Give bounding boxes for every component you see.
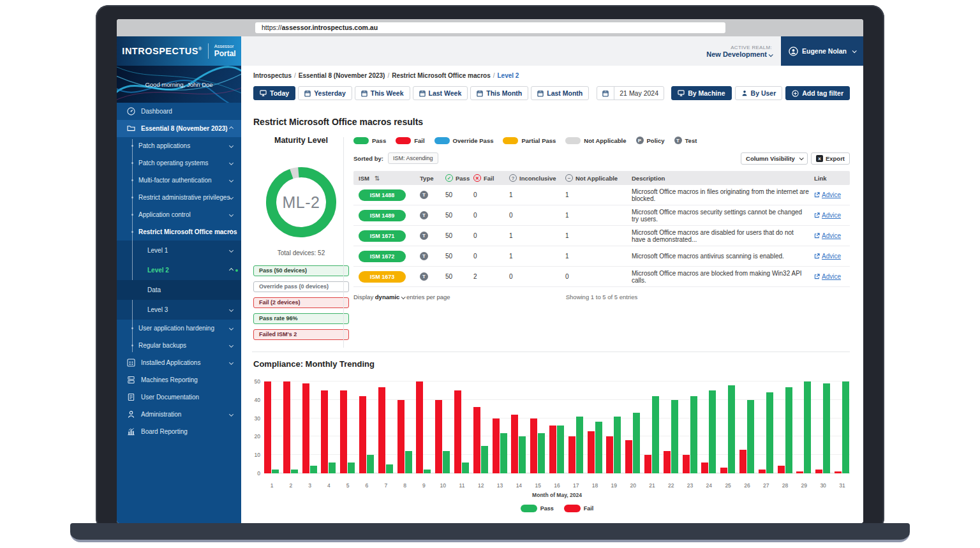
this-week-button[interactable]: This Week — [355, 86, 410, 100]
sidebar-item-machines-reporting[interactable]: Machines Reporting — [117, 371, 241, 389]
app-logo: INTROSPECTUS® Assessor Portal — [117, 36, 241, 66]
column-header-fail[interactable]: ✕Fail — [468, 174, 504, 182]
yesterday-button[interactable]: Yesterday — [298, 86, 352, 100]
sidebar-item-data[interactable]: Data — [117, 280, 241, 300]
sidebar-item-level-1[interactable]: Level 1 — [117, 241, 241, 260]
breadcrumb-item-essential-8-november-2023[interactable]: Essential 8 (November 2023) — [299, 72, 385, 79]
export-button[interactable]: x Export — [811, 152, 850, 165]
sidebar-hero: Good morning, John Doe — [117, 66, 241, 103]
type-cell: T — [415, 191, 440, 199]
pass-bar — [272, 470, 279, 473]
link-cell: Advice — [809, 253, 850, 260]
ism-badge[interactable]: ISM 1671 — [359, 230, 406, 242]
add-tag-filter-button[interactable]: Add tag filter — [785, 86, 850, 100]
column-header-not-applicable[interactable]: −Not Applicable — [560, 174, 627, 182]
last-week-button[interactable]: Last Week — [413, 86, 468, 100]
ism-badge[interactable]: ISM 1673 — [359, 271, 406, 283]
url-field[interactable]: https://assessor.introspectus.com.au — [255, 22, 725, 33]
sidebar-item-application-control[interactable]: Application control — [117, 206, 241, 223]
chevron-up-icon — [229, 268, 234, 272]
sidebar-item-level-3[interactable]: Level 3 — [117, 300, 241, 320]
fail-bar — [321, 390, 328, 473]
sidebar-item-restrict-administrative-privileges[interactable]: Restrict administrative privileges — [117, 189, 241, 206]
not-applicable-cell: 1 — [560, 212, 627, 219]
ism-cell: ISM 1673 — [353, 271, 415, 283]
x-axis-tick-label: 12 — [473, 482, 489, 489]
breadcrumb-item-level-2[interactable]: Level 2 — [497, 72, 519, 79]
breadcrumb-item-introspectus[interactable]: Introspectus — [253, 72, 292, 79]
advice-link[interactable]: Advice — [814, 191, 841, 198]
x-axis-tick-label: 23 — [683, 482, 698, 489]
advice-link[interactable]: Advice — [814, 212, 841, 219]
fail-bar — [493, 418, 500, 473]
user-documentation-icon — [127, 393, 135, 401]
stat-chip-pass-rate-96: Pass rate 96% — [253, 313, 349, 324]
column-header-pass[interactable]: ✓Pass — [440, 174, 468, 182]
by-user-button[interactable]: By User — [735, 86, 783, 100]
x-axis-tick-label: 16 — [549, 482, 565, 489]
column-header-ism[interactable]: ISM⇅ — [353, 175, 415, 182]
pass-bar — [538, 433, 545, 473]
sidebar-item-patch-applications[interactable]: Patch applications — [117, 137, 241, 154]
sidebar-item-user-application-hardening[interactable]: User application hardening — [117, 320, 241, 337]
monitor-icon — [260, 90, 267, 96]
column-header-type[interactable]: Type — [415, 175, 440, 182]
sidebar-item-restrict-microsoft-office-macros[interactable]: Restrict Microsoft Office macros — [117, 223, 241, 241]
fail-bar — [606, 436, 613, 473]
today-button[interactable]: Today — [253, 86, 295, 100]
advice-link[interactable]: Advice — [814, 232, 841, 239]
sidebar-item-label: Installed Applications — [141, 359, 200, 366]
stat-chip-pass-50-devices: Pass (50 devices) — [253, 265, 349, 276]
sidebar: Good morning, John Doe DashboardEssentia… — [117, 66, 241, 523]
advice-link[interactable]: Advice — [814, 273, 841, 280]
legend-pill — [521, 505, 537, 512]
sidebar-item-multi-factor-authentication[interactable]: Multi-factor authentication — [117, 172, 241, 189]
fail-bar — [644, 455, 651, 473]
sidebar-item-board-reporting[interactable]: Board Reporting — [117, 423, 241, 440]
sidebar-item-level-2[interactable]: Level 2 — [117, 260, 241, 280]
x-axis-tick-label: 6 — [359, 482, 375, 489]
last-month-button[interactable]: Last Month — [531, 86, 589, 100]
sidebar-item-patch-operating-systems[interactable]: Patch operating systems — [117, 154, 241, 172]
breadcrumb-item-restrict-microsoft-office-macros[interactable]: Restrict Microsoft Office macros — [392, 72, 491, 79]
bar-group-day-7 — [378, 387, 394, 473]
url-prefix: https:// — [262, 24, 282, 31]
sidebar-item-dashboard[interactable]: Dashboard — [117, 103, 241, 120]
person-icon — [741, 90, 748, 96]
advice-link[interactable]: Advice — [814, 253, 841, 260]
sidebar-item-label: Data — [147, 286, 161, 293]
ism-badge[interactable]: ISM 1672 — [359, 251, 406, 262]
active-realm-selector[interactable]: ACTIVE REALM: New Development — [706, 45, 772, 58]
sidebar-item-administration[interactable]: Administration — [117, 406, 241, 423]
sidebar-item-installed-applications[interactable]: Installed Applications — [117, 354, 241, 371]
fail-bar — [588, 431, 595, 473]
ism-badge[interactable]: ISM 1489 — [359, 210, 406, 221]
chevron-down-icon — [229, 212, 234, 217]
column-header-description[interactable]: Description — [627, 175, 809, 182]
sort-icon[interactable]: ⇅ — [375, 175, 380, 182]
calendar-icon — [602, 90, 609, 97]
bar-group-day-21 — [644, 396, 660, 473]
chevron-down-icon — [229, 360, 234, 365]
bar-group-day-19 — [606, 417, 621, 473]
sidebar-item-essential-8-november-2023[interactable]: Essential 8 (November 2023) — [117, 120, 241, 137]
sidebar-item-regular-backups[interactable]: Regular backups — [117, 337, 241, 354]
pass-bar — [785, 387, 792, 473]
date-picker[interactable]: 21 May 2024 — [597, 86, 664, 100]
sidebar-item-label: Patch applications — [138, 142, 190, 149]
logo-text: INTROSPECTUS® — [122, 46, 202, 56]
column-header-inconclusive[interactable]: ?Inconclusive — [504, 174, 560, 182]
calendar-picker-icon[interactable] — [597, 87, 614, 100]
table-row: ISM 1488T50011Microsoft Office macros in… — [353, 185, 850, 205]
x-axis-tick-label: 28 — [778, 482, 793, 489]
by-machine-button[interactable]: By Machine — [671, 86, 731, 100]
description-cell: Microsoft Office macros are blocked from… — [627, 270, 809, 284]
sidebar-item-user-documentation[interactable]: User Documentation — [117, 389, 241, 406]
x-axis-tick-label: 7 — [378, 482, 394, 489]
this-month-button[interactable]: This Month — [470, 86, 528, 100]
user-menu[interactable]: Eugene Nolan — [781, 36, 863, 66]
sorted-by-chip[interactable]: ISM: Ascending — [388, 152, 438, 164]
ism-badge[interactable]: ISM 1488 — [359, 189, 406, 201]
column-header-link[interactable]: Link — [809, 175, 850, 182]
column-visibility-button[interactable]: Column Visibility — [741, 152, 808, 165]
